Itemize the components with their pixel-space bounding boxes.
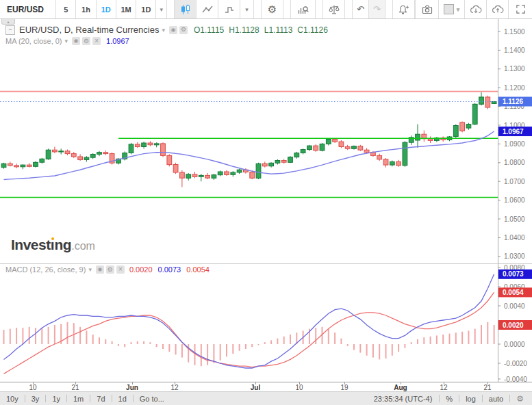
interval-dropdown-caret[interactable] [156,0,167,18]
time-axis-label: 12 [440,384,447,391]
chart-type-line-button[interactable] [197,0,218,18]
ma-label: MA (20, close, 0) [5,37,62,45]
undo-button[interactable] [353,0,369,18]
indicators-icon [297,4,309,15]
time-axis-label: 12 [170,384,178,391]
ohlc-values: O1.1115H1.1128L1.1113C1.1126 [194,25,333,35]
range-button-3y[interactable]: 3y [25,395,46,403]
remove-study-icon[interactable] [116,265,125,274]
svg-text:1.1300: 1.1300 [504,65,525,73]
svg-text:0.0073: 0.0073 [503,270,524,278]
investing-logo: Investıng.com [11,237,95,253]
percent-scale-button[interactable]: % [440,395,459,403]
svg-text:1.0400: 1.0400 [504,234,525,241]
visibility-toggle-icon[interactable] [72,37,80,45]
visibility-toggle-icon[interactable] [96,265,104,274]
clock-timezone[interactable]: 23:35:34 (UTC-4) [367,395,440,403]
range-button-7d[interactable]: 7d [90,395,111,403]
fullscreen-button[interactable] [509,0,532,18]
time-axis-label: 19 [340,384,348,391]
range-button-1m[interactable]: 1m [67,395,90,403]
compare-button[interactable] [323,0,345,18]
close-value: C1.1126 [297,25,327,35]
collapse-legend-icon[interactable] [5,25,15,35]
chevron-down-icon[interactable] [65,38,68,44]
camera-icon [422,4,433,15]
settings-gear-button[interactable] [262,0,283,18]
interval-button-1m[interactable]: 1M [116,0,136,18]
interval-button-5m[interactable]: 5 [56,0,76,18]
svg-text:1.1200: 1.1200 [504,84,525,92]
interval-button-1h[interactable]: 1h [76,0,96,18]
time-axis-label: 10 [295,384,303,391]
svg-text:0.0040: 0.0040 [504,302,525,310]
save-chart-button[interactable] [487,0,509,18]
indicators-button[interactable] [291,0,316,18]
time-axis-label: 10 [29,384,36,391]
bottom-toolbar: 10y 3y 1y 1m 7d 1d Go to... 23:35:34 (UT… [0,391,532,405]
time-axis-label: Jun [126,384,138,391]
time-axis-label: Aug [394,384,407,391]
main-legend: EUR/USD, D, Real-time Currencies O1.1115… [5,25,333,35]
svg-text:1.0500: 1.0500 [504,215,525,223]
svg-text:1.1126: 1.1126 [503,98,523,105]
auto-scale-button[interactable]: auto [483,395,509,403]
collapse-panel-tab[interactable] [1,19,15,25]
range-button-1d[interactable]: 1d [112,395,133,403]
candlestick-icon [180,4,191,15]
line-chart-icon [202,4,213,15]
svg-text:0.0000: 0.0000 [504,341,525,348]
remove-study-icon[interactable] [92,37,101,45]
macd-hist-value: 0.0020 [129,265,153,274]
macd-line-value: 0.0073 [158,265,181,274]
chart-type-dropdown-caret[interactable] [240,0,254,18]
add-alert-button[interactable] [393,0,415,18]
step-chart-icon [224,4,235,15]
cloud-upload-icon [492,4,504,15]
svg-text:1.0700: 1.0700 [504,178,525,185]
low-value: L1.1113 [264,25,293,35]
macd-panel-chart[interactable]: 0.00800.00600.00400.00200.0000-0.0020-0.… [0,263,532,382]
logo-com-suffix: .com [71,240,95,252]
main-price-chart[interactable]: 1.15001.14001.13001.12001.11001.10001.09… [0,19,532,263]
axis-settings-gear-icon[interactable] [510,394,532,404]
series-settings-icon[interactable] [179,26,188,34]
study-settings-icon[interactable] [82,37,90,45]
range-button-10y[interactable]: 10y [0,395,25,403]
background-color-button[interactable] [439,0,465,18]
interval-button-1d2[interactable]: 1D [136,0,156,18]
interval-button-1d-active[interactable]: 1D [97,0,116,18]
ma-current-value: 1.0967 [106,37,129,45]
open-value: O1.1115 [194,25,224,35]
redo-button[interactable] [369,0,385,18]
scales-icon [329,4,340,15]
svg-text:0.0054: 0.0054 [503,289,524,296]
symbol-button[interactable]: EUR/USD [0,0,56,18]
goto-date-button[interactable]: Go to... [134,395,170,403]
chart-type-step-button[interactable] [218,0,240,18]
time-axis-label: 21 [483,384,491,391]
top-toolbar: EUR/USD 5 1h 1D 1M 1D [0,0,532,19]
chevron-down-icon[interactable] [162,27,165,34]
bell-plus-icon [398,4,409,15]
svg-text:1.0600: 1.0600 [504,196,525,204]
logo-text: ng [55,237,72,252]
load-chart-button[interactable] [465,0,487,18]
visibility-toggle-icon[interactable] [169,26,177,34]
chart-type-candles-button[interactable] [175,0,197,18]
ma-legend: MA (20, close, 0) 1.0967 [5,37,129,45]
snapshot-button[interactable] [416,0,439,18]
logo-text: Invest [11,237,51,252]
cloud-download-icon [470,4,482,15]
study-settings-icon[interactable] [106,265,114,274]
logo-orange-dot-i: ı [51,237,55,253]
chevron-down-icon[interactable] [88,266,92,273]
svg-text:1.1400: 1.1400 [504,47,525,54]
expand-icon [516,4,526,14]
macd-legend: MACD (12, 26, close, 9) 0.00200.00730.00… [5,265,215,274]
chevron-down-icon [457,6,460,13]
range-button-1y[interactable]: 1y [46,395,66,403]
time-axis[interactable]: 1021Jun12Jul1019Aug1221 [0,382,532,391]
log-scale-button[interactable]: log [459,395,482,403]
high-value: H1.1128 [229,25,259,35]
